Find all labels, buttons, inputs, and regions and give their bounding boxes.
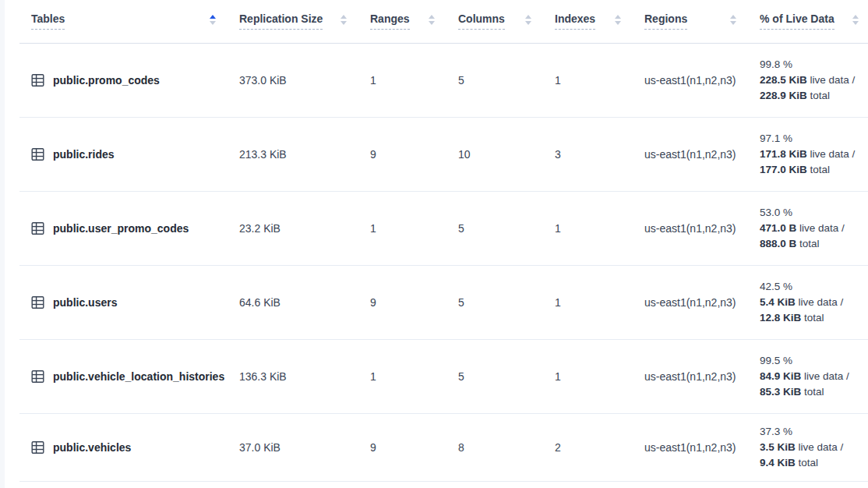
live-pct: 37.3 % (760, 424, 868, 440)
sort-icon (730, 15, 736, 25)
replication-size-cell: 64.6 KiB (239, 265, 370, 339)
ranges-cell: 1 (370, 43, 458, 117)
column-label: Tables (31, 12, 65, 30)
replication-size-cell: 37.0 KiB (239, 413, 370, 481)
page: Tables Replication Size Ranges (0, 0, 868, 488)
column-label: Replication Size (239, 12, 323, 30)
indexes-cell: 1 (555, 265, 644, 339)
pct-live-data-cell: 97.1 % 171.8 KiB live data / 177.0 KiB t… (760, 117, 868, 191)
ranges-cell: 9 (370, 265, 458, 339)
live-data-line: 171.8 KiB live data / (760, 147, 868, 162)
columns-cell: 10 (458, 117, 555, 191)
indexes-cell: 1 (555, 339, 644, 413)
live-data-line: 3.5 KiB live data / (760, 440, 868, 455)
live-data-line: 84.9 KiB live data / (760, 369, 868, 384)
total-data-line: 177.0 KiB total (760, 162, 868, 178)
table-icon (31, 440, 44, 454)
table-header-row: Tables Replication Size Ranges (19, 0, 868, 43)
pct-live-data-cell: 37.3 % 3.5 KiB live data / 9.4 KiB total (760, 413, 868, 481)
indexes-cell: 3 (555, 117, 644, 191)
live-pct: 99.5 % (760, 353, 868, 369)
column-header-columns[interactable]: Columns (458, 0, 555, 43)
pct-live-data-cell: 99.8 % 228.5 KiB live data / 228.9 KiB t… (760, 43, 868, 117)
table-icon (31, 221, 44, 235)
table-body: public.promo_codes 373.0 KiB 1 5 1 us-ea… (19, 43, 868, 481)
table-name-link[interactable]: public.rides (53, 148, 115, 161)
pct-live-data-cell: 42.5 % 5.4 KiB live data / 12.8 KiB tota… (760, 265, 868, 339)
columns-cell: 5 (458, 265, 555, 339)
replication-size-cell: 23.2 KiB (239, 191, 370, 265)
table-name-cell: public.vehicles (19, 413, 239, 481)
replication-size-cell: 136.3 KiB (239, 339, 370, 413)
live-data-line: 5.4 KiB live data / (760, 295, 868, 310)
table-row: public.promo_codes 373.0 KiB 1 5 1 us-ea… (19, 43, 868, 117)
table-name-link[interactable]: public.promo_codes (53, 74, 160, 87)
table-icon (31, 370, 44, 384)
table-name-cell: public.promo_codes (19, 43, 239, 117)
total-data-line: 12.8 KiB total (760, 310, 868, 326)
table-row: public.users 64.6 KiB 9 5 1 us-east1(n1,… (19, 265, 868, 339)
column-header-indexes[interactable]: Indexes (555, 0, 644, 43)
regions-cell: us-east1(n1,n2,n3) (644, 117, 760, 191)
column-header-tables[interactable]: Tables (19, 0, 239, 43)
pct-live-data-cell: 99.5 % 84.9 KiB live data / 85.3 KiB tot… (760, 339, 868, 413)
indexes-cell: 1 (555, 43, 644, 117)
pct-live-data-cell: 53.0 % 471.0 B live data / 888.0 B total (760, 191, 868, 265)
total-data-line: 888.0 B total (760, 236, 868, 252)
table-name-cell: public.user_promo_codes (19, 191, 239, 265)
column-label: Regions (644, 12, 687, 30)
table-row: public.rides 213.3 KiB 9 10 3 us-east1(n… (19, 117, 868, 191)
table-name-link[interactable]: public.user_promo_codes (53, 222, 189, 235)
regions-cell: us-east1(n1,n2,n3) (644, 43, 760, 117)
live-data-line: 228.5 KiB live data / (760, 72, 868, 88)
table-name-link[interactable]: public.vehicle_location_histories (53, 370, 224, 383)
column-label: Indexes (555, 12, 595, 30)
table-icon (31, 73, 44, 87)
tables-panel: Tables Replication Size Ranges (5, 0, 868, 488)
column-label: % of Live Data (760, 12, 834, 30)
ranges-cell: 1 (370, 339, 458, 413)
indexes-cell: 2 (555, 413, 644, 481)
columns-cell: 5 (458, 191, 555, 265)
column-header-ranges[interactable]: Ranges (370, 0, 458, 43)
table-row: public.user_promo_codes 23.2 KiB 1 5 1 u… (19, 191, 868, 265)
sort-icon (852, 15, 859, 25)
columns-cell: 5 (458, 339, 555, 413)
column-label: Columns (458, 12, 505, 30)
columns-cell: 5 (458, 43, 555, 117)
table-name-cell: public.vehicle_location_histories (19, 339, 239, 413)
table-name-link[interactable]: public.users (53, 296, 117, 309)
table-name-cell: public.rides (19, 117, 239, 191)
replication-size-cell: 373.0 KiB (239, 43, 370, 117)
column-header-pct-live-data[interactable]: % of Live Data (760, 0, 868, 43)
replication-size-cell: 213.3 KiB (239, 117, 370, 191)
live-data-line: 471.0 B live data / (760, 221, 868, 236)
live-pct: 99.8 % (760, 57, 868, 72)
table-name-link[interactable]: public.vehicles (53, 441, 131, 454)
ranges-cell: 1 (370, 191, 458, 265)
regions-cell: us-east1(n1,n2,n3) (644, 191, 760, 265)
regions-cell: us-east1(n1,n2,n3) (644, 339, 760, 413)
sort-icon (429, 15, 435, 25)
live-pct: 97.1 % (760, 131, 868, 147)
table-row: public.vehicles 37.0 KiB 9 8 2 us-east1(… (19, 413, 868, 481)
regions-cell: us-east1(n1,n2,n3) (644, 413, 760, 481)
table-icon (31, 295, 44, 309)
column-header-replication-size[interactable]: Replication Size (239, 0, 370, 43)
sort-icon (525, 15, 531, 25)
live-pct: 53.0 % (760, 205, 868, 221)
ranges-cell: 9 (370, 117, 458, 191)
tables-table: Tables Replication Size Ranges (19, 0, 868, 482)
table-row: public.vehicle_location_histories 136.3 … (19, 339, 868, 413)
total-data-line: 85.3 KiB total (760, 384, 868, 400)
indexes-cell: 1 (555, 191, 644, 265)
live-pct: 42.5 % (760, 279, 868, 295)
columns-cell: 8 (458, 413, 555, 481)
regions-cell: us-east1(n1,n2,n3) (644, 265, 760, 339)
table-icon (31, 147, 44, 161)
table-name-cell: public.users (19, 265, 239, 339)
ranges-cell: 9 (370, 413, 458, 481)
column-header-regions[interactable]: Regions (644, 0, 760, 43)
total-data-line: 9.4 KiB total (760, 455, 868, 471)
column-label: Ranges (370, 12, 410, 30)
